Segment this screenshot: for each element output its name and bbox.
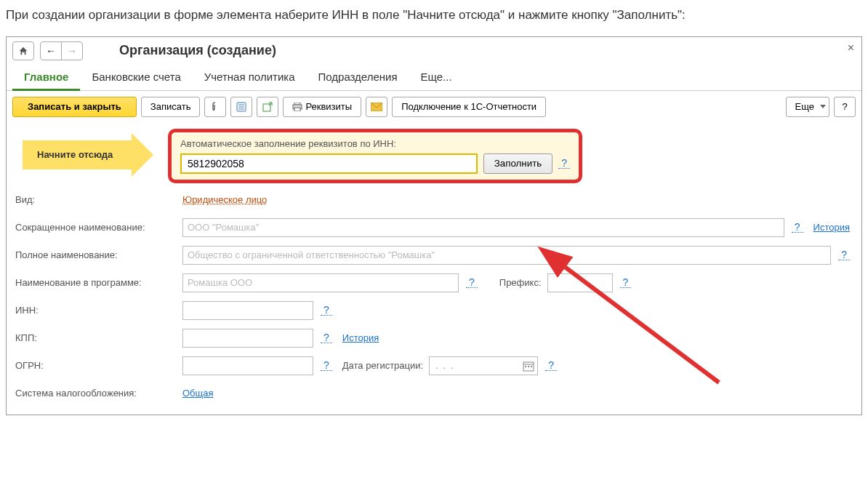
connect-1c-reporting-button[interactable]: Подключение к 1С-Отчетности [392,97,546,117]
help-inn[interactable]: ? [321,305,332,316]
label-reg-date: Дата регистрации: [342,360,423,371]
row-kpp: КПП: ? История [15,326,850,351]
mail-icon [371,103,382,111]
requisites-button[interactable]: Реквизиты [283,97,361,117]
tab-main[interactable]: Главное [12,65,80,91]
row-inn: ИНН: ? [15,298,850,323]
help-prog-name[interactable]: ? [466,277,478,288]
mail-button[interactable] [366,97,387,117]
chevron-down-icon [820,105,826,108]
tab-bank-accounts[interactable]: Банковские счета [80,65,192,90]
more-button[interactable]: Еще [786,97,829,117]
row-type: Вид: Юридическое лицо [15,188,850,212]
arrow-left-icon: ← [46,45,56,57]
auto-fill-caption: Автоматическое заполнение реквизитов по … [180,138,570,149]
paperclip-icon [211,102,220,112]
row-ogrn: ОГРН: ? Дата регистрации: . . . ? [15,353,850,378]
auto-fill-panel: Автоматическое заполнение реквизитов по … [168,129,582,183]
arrow-right-icon: → [67,45,77,57]
input-inn[interactable] [182,301,313,320]
start-here-arrow: Начните отсюда [15,133,161,177]
help-kpp[interactable]: ? [321,332,332,343]
input-full-name[interactable] [182,246,831,265]
row-short-name: Сокращенное наименование: ? История [15,215,850,240]
input-prefix[interactable] [547,273,613,292]
label-inn: ИНН: [15,305,182,316]
row-prog-name: Наименование в программе: ? Префикс: ? [15,271,850,295]
link-tax-system[interactable]: Общая [182,388,214,399]
input-kpp[interactable] [182,329,313,348]
label-type: Вид: [15,194,182,205]
input-prog-name[interactable] [182,273,459,292]
help-full-name[interactable]: ? [838,249,850,260]
instruction-text: При создании организации в форме элемент… [6,6,862,25]
label-prefix: Префикс: [499,277,542,288]
home-icon [18,46,28,56]
inn-autofill-input[interactable] [180,153,478,174]
svg-rect-7 [294,108,300,111]
forward-button[interactable]: → [61,41,83,60]
autofill-help-link[interactable]: ? [558,158,570,169]
list-icon [236,102,246,112]
printer-icon [292,103,302,111]
help-prefix[interactable]: ? [620,277,632,288]
start-here-label: Начните отсюда [15,149,113,160]
value-type[interactable]: Юридическое лицо [182,194,267,205]
titlebar: ← → Организация (создание) × [7,37,861,65]
form-content: Начните отсюда Автоматическое заполнение… [7,123,861,415]
list-button[interactable] [230,97,252,117]
save-button[interactable]: Записать [141,97,201,117]
label-ogrn: ОГРН: [15,360,182,371]
toolbar: Записать и закрыть Записать Реквизиты По… [7,91,861,123]
calendar-icon [523,360,534,372]
input-reg-date[interactable]: . . . [429,356,538,375]
reg-date-value: . . . [435,361,455,371]
refresh-button[interactable] [257,97,278,117]
help-button[interactable]: ? [834,97,856,117]
input-ogrn[interactable] [182,356,313,375]
label-prog-name: Наименование в программе: [15,277,182,288]
help-ogrn[interactable]: ? [321,360,332,371]
close-button[interactable]: × [848,41,854,55]
window-title: Организация (создание) [119,43,276,58]
tabs: Главное Банковские счета Учетная политик… [7,65,861,91]
attach-button[interactable] [204,97,226,117]
input-short-name[interactable] [182,218,784,237]
help-reg-date[interactable]: ? [545,360,557,371]
svg-rect-13 [531,366,532,367]
start-here-row: Начните отсюда Автоматическое заполнение… [15,129,850,183]
label-full-name: Полное наименование: [15,249,182,260]
save-and-close-button[interactable]: Записать и закрыть [12,97,137,117]
row-full-name: Полное наименование: ? [15,243,850,268]
history-link-kpp[interactable]: История [342,332,379,343]
more-label: Еще [795,101,814,112]
svg-rect-11 [525,366,526,367]
refresh-icon [262,102,273,112]
label-kpp: КПП: [15,332,182,343]
form-window: ← → Организация (создание) × Главное Бан… [6,36,862,415]
tab-accounting-policy[interactable]: Учетная политика [193,65,307,90]
tab-divisions[interactable]: Подразделения [307,65,409,90]
fill-button[interactable]: Заполнить [483,153,552,174]
history-link-short-name[interactable]: История [813,222,850,233]
help-short-name[interactable]: ? [792,222,803,233]
label-tax-system: Система налогообложения: [15,388,182,399]
tab-more[interactable]: Еще... [409,65,464,90]
back-button[interactable]: ← [40,41,62,60]
home-button[interactable] [12,41,34,60]
label-short-name: Сокращенное наименование: [15,222,182,233]
requisites-label: Реквизиты [305,101,352,112]
svg-rect-12 [528,366,529,367]
row-tax-system: Система налогообложения: Общая [15,381,850,406]
